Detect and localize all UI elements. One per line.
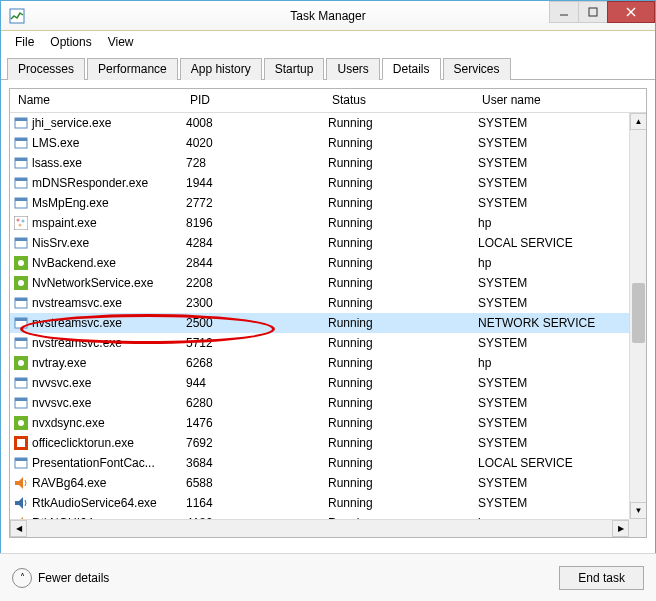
process-name: RtkAudioService64.exe <box>32 496 157 510</box>
table-row[interactable]: nvstreamsvc.exe2300RunningSYSTEM <box>10 293 646 313</box>
tab-details[interactable]: Details <box>382 58 441 80</box>
svg-rect-15 <box>14 216 28 230</box>
process-pid: 6268 <box>182 356 324 370</box>
svg-rect-12 <box>15 178 27 181</box>
process-name: nvvsvc.exe <box>32 396 91 410</box>
tab-services[interactable]: Services <box>443 58 511 80</box>
table-row[interactable]: nvstreamsvc.exe5712RunningSYSTEM <box>10 333 646 353</box>
table-row[interactable]: nvtray.exe6268Runninghp <box>10 353 646 373</box>
process-name: MsMpEng.exe <box>32 196 109 210</box>
svg-point-32 <box>18 360 24 366</box>
task-manager-icon <box>9 8 25 24</box>
tab-users[interactable]: Users <box>326 58 379 80</box>
tab-processes[interactable]: Processes <box>7 58 85 80</box>
process-name: nvstreamsvc.exe <box>32 316 122 330</box>
scroll-left-button[interactable]: ◀ <box>10 520 27 537</box>
maximize-button[interactable] <box>578 1 608 23</box>
table-row[interactable]: RtkAudioService64.exe1164RunningSYSTEM <box>10 493 646 513</box>
close-button[interactable] <box>607 1 655 23</box>
menu-options[interactable]: Options <box>42 33 99 51</box>
process-status: Running <box>324 476 474 490</box>
scroll-thumb[interactable] <box>632 283 645 343</box>
menu-file[interactable]: File <box>7 33 42 51</box>
table-row[interactable]: PresentationFontCac...3684RunningLOCAL S… <box>10 453 646 473</box>
minimize-button[interactable] <box>549 1 579 23</box>
process-user: SYSTEM <box>474 276 646 290</box>
table-row[interactable]: NisSrv.exe4284RunningLOCAL SERVICE <box>10 233 646 253</box>
process-name: nvtray.exe <box>32 356 86 370</box>
table-row[interactable]: mspaint.exe8196Runninghp <box>10 213 646 233</box>
app-window-icon <box>14 116 28 130</box>
app-window-icon <box>14 236 28 250</box>
process-status: Running <box>324 216 474 230</box>
scroll-up-button[interactable]: ▲ <box>630 113 647 130</box>
process-status: Running <box>324 416 474 430</box>
nvidia-icon <box>14 256 28 270</box>
process-pid: 3684 <box>182 456 324 470</box>
process-name: officeclicktorun.exe <box>32 436 134 450</box>
table-row[interactable]: nvvsvc.exe944RunningSYSTEM <box>10 373 646 393</box>
svg-marker-44 <box>15 497 23 509</box>
office-icon <box>14 436 28 450</box>
process-pid: 1944 <box>182 176 324 190</box>
table-row[interactable]: nvxdsync.exe1476RunningSYSTEM <box>10 413 646 433</box>
process-pid: 728 <box>182 156 324 170</box>
process-user: SYSTEM <box>474 116 646 130</box>
process-pid: 4284 <box>182 236 324 250</box>
table-row[interactable]: nvvsvc.exe6280RunningSYSTEM <box>10 393 646 413</box>
process-pid: 1164 <box>182 496 324 510</box>
table-row[interactable]: LMS.exe4020RunningSYSTEM <box>10 133 646 153</box>
column-pid[interactable]: PID <box>182 89 324 112</box>
column-status[interactable]: Status <box>324 89 474 112</box>
tab-app-history[interactable]: App history <box>180 58 262 80</box>
table-row[interactable]: jhi_service.exe4008RunningSYSTEM <box>10 113 646 133</box>
process-user: hp <box>474 356 646 370</box>
menubar: File Options View <box>1 31 655 53</box>
scroll-right-button[interactable]: ▶ <box>612 520 629 537</box>
process-status: Running <box>324 276 474 290</box>
process-pid: 4008 <box>182 116 324 130</box>
process-name: mspaint.exe <box>32 216 97 230</box>
column-user[interactable]: User name <box>474 89 646 112</box>
process-pid: 7692 <box>182 436 324 450</box>
nvidia-icon <box>14 356 28 370</box>
end-task-button[interactable]: End task <box>559 566 644 590</box>
menu-view[interactable]: View <box>100 33 142 51</box>
vertical-scrollbar[interactable]: ▲ ▼ <box>629 113 646 519</box>
table-row[interactable]: NvNetworkService.exe2208RunningSYSTEM <box>10 273 646 293</box>
tab-performance[interactable]: Performance <box>87 58 178 80</box>
svg-rect-34 <box>15 378 27 381</box>
table-row[interactable]: mDNSResponder.exe1944RunningSYSTEM <box>10 173 646 193</box>
svg-rect-10 <box>15 158 27 161</box>
process-status: Running <box>324 396 474 410</box>
horizontal-scrollbar[interactable]: ◀ ▶ <box>10 519 629 537</box>
process-name: jhi_service.exe <box>32 116 111 130</box>
svg-point-22 <box>18 260 24 266</box>
fewer-details-button[interactable]: ˄ Fewer details <box>12 568 109 588</box>
table-row[interactable]: lsass.exe728RunningSYSTEM <box>10 153 646 173</box>
column-name[interactable]: Name <box>10 89 182 112</box>
table-row[interactable]: nvstreamsvc.exe2500RunningNETWORK SERVIC… <box>10 313 646 333</box>
process-name: PresentationFontCac... <box>32 456 155 470</box>
table-row[interactable]: MsMpEng.exe2772RunningSYSTEM <box>10 193 646 213</box>
tab-startup[interactable]: Startup <box>264 58 325 80</box>
app-window-icon <box>14 156 28 170</box>
svg-rect-36 <box>15 398 27 401</box>
nvidia-icon <box>14 416 28 430</box>
process-user: SYSTEM <box>474 196 646 210</box>
svg-rect-20 <box>15 238 27 241</box>
process-name: nvvsvc.exe <box>32 376 91 390</box>
svg-point-24 <box>18 280 24 286</box>
process-user: SYSTEM <box>474 436 646 450</box>
process-name: lsass.exe <box>32 156 82 170</box>
scroll-down-button[interactable]: ▼ <box>630 502 647 519</box>
table-row[interactable]: RAVBg64.exe6588RunningSYSTEM <box>10 473 646 493</box>
process-user: LOCAL SERVICE <box>474 456 646 470</box>
process-status: Running <box>324 356 474 370</box>
svg-rect-30 <box>15 338 27 341</box>
svg-point-18 <box>19 224 22 227</box>
table-row[interactable]: officeclicktorun.exe7692RunningSYSTEM <box>10 433 646 453</box>
process-pid: 5712 <box>182 336 324 350</box>
table-row[interactable]: NvBackend.exe2844Runninghp <box>10 253 646 273</box>
process-user: SYSTEM <box>474 396 646 410</box>
